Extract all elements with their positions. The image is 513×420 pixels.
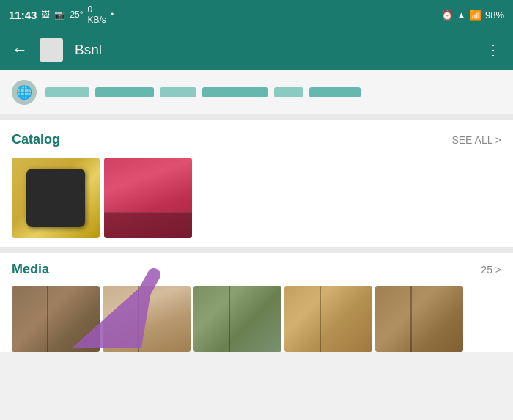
blurred-block-3 — [160, 87, 196, 97]
catalog-title: Catalog — [12, 132, 60, 147]
media-thumbnail-1[interactable] — [12, 286, 100, 352]
section-divider-top — [0, 114, 513, 120]
media-count[interactable]: 25 > — [481, 264, 501, 276]
media-thumbnail-2[interactable] — [103, 286, 191, 352]
back-button[interactable]: ← — [12, 40, 28, 59]
temp-indicator: 25° — [70, 10, 83, 20]
alarm-icon: ⏰ — [441, 10, 453, 21]
blurred-block-5 — [274, 87, 303, 97]
status-time: 11:43 — [9, 9, 37, 21]
media-header: Media 25 > — [12, 262, 501, 277]
status-right: ⏰ ▲ 📶 98% — [441, 10, 504, 21]
media-title: Media — [12, 262, 49, 277]
battery-level: 98% — [485, 10, 504, 21]
blurred-block-1 — [45, 87, 89, 97]
status-bar: 11:43 🖼 📷 25° 0KB/s • ⏰ ▲ 📶 98% — [0, 0, 513, 29]
media-thumbnail-4[interactable] — [284, 286, 372, 352]
wifi-icon: ▲ — [457, 10, 466, 21]
catalog-images — [12, 158, 501, 238]
dot-indicator: • — [111, 10, 114, 20]
blurred-content — [45, 87, 501, 97]
catalog-image-1[interactable] — [12, 158, 100, 238]
catalog-image-2[interactable] — [104, 158, 192, 238]
app-bar-title: Bsnl — [75, 42, 474, 58]
globe-icon: 🌐 — [12, 80, 37, 105]
app-bar: ← Bsnl ⋮ — [0, 29, 513, 70]
blurred-header-row: 🌐 — [0, 70, 513, 114]
blurred-block-4 — [202, 87, 268, 97]
photo-icon: 🖼 — [41, 10, 50, 20]
network-speed: 0KB/s — [88, 4, 106, 25]
catalog-section: Catalog SEE ALL > — [0, 120, 513, 247]
more-options-button[interactable]: ⋮ — [486, 41, 501, 59]
blurred-block-6 — [309, 87, 361, 97]
book-image-2 — [103, 286, 191, 352]
book-image-4 — [284, 286, 372, 352]
status-left: 11:43 🖼 📷 25° 0KB/s • — [9, 4, 114, 25]
book-image-5 — [375, 286, 463, 352]
blurred-block-2 — [95, 87, 154, 97]
see-all-button[interactable]: SEE ALL > — [451, 134, 501, 146]
signal-icon: 📶 — [470, 10, 481, 21]
media-thumbnail-3[interactable] — [193, 286, 281, 352]
catalog-header: Catalog SEE ALL > — [12, 132, 501, 147]
book-image-1 — [12, 286, 100, 352]
book-image-3 — [193, 286, 281, 352]
contact-avatar — [40, 38, 63, 62]
video-icon: 📷 — [54, 10, 65, 20]
media-thumbnail-5[interactable] — [375, 286, 463, 352]
media-section: Media 25 > — [0, 253, 513, 352]
section-divider-bottom — [0, 247, 513, 253]
media-thumbnails — [12, 286, 501, 352]
